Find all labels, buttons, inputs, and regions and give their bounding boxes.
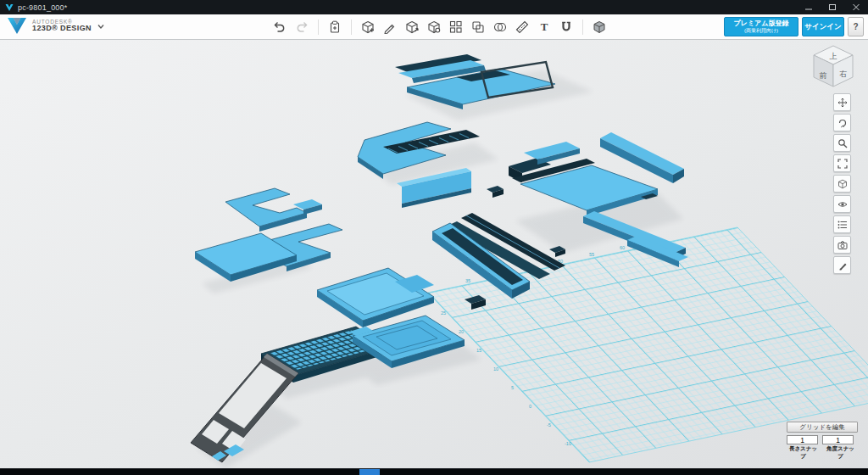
viewcube-label-top: 上 bbox=[830, 52, 837, 60]
main-tools: T bbox=[271, 14, 608, 39]
svg-text:10: 10 bbox=[493, 366, 498, 372]
snap-button[interactable] bbox=[558, 18, 575, 36]
sketch-button[interactable] bbox=[381, 18, 398, 36]
scene-canvas[interactable]: 30 25 20 15 10 5 0 -5 -10 35 40 45 50 55… bbox=[0, 39, 868, 468]
window-title: pc-9801_000* bbox=[18, 3, 67, 12]
svg-text:55: 55 bbox=[589, 252, 594, 257]
home-view-icon bbox=[837, 179, 848, 189]
toolbar-separator bbox=[318, 20, 319, 35]
outline-button[interactable] bbox=[833, 215, 851, 233]
toolbar-separator bbox=[582, 20, 583, 35]
home-view-button[interactable] bbox=[833, 175, 851, 193]
undo-button[interactable] bbox=[271, 18, 288, 36]
navigation-toolbar bbox=[833, 93, 851, 274]
part-bracket-upper[interactable] bbox=[225, 188, 307, 232]
sketch-icon bbox=[383, 20, 397, 34]
pattern-icon bbox=[449, 20, 463, 34]
svg-text:35: 35 bbox=[465, 278, 470, 283]
view-cube[interactable]: 上 前 右 bbox=[809, 42, 858, 93]
snap-icon bbox=[559, 20, 573, 34]
premium-sublabel: (商業利用向け) bbox=[744, 28, 778, 34]
insert-button[interactable] bbox=[326, 18, 343, 36]
signin-button[interactable]: サインイン bbox=[802, 17, 844, 36]
fit-button[interactable] bbox=[833, 154, 851, 172]
redo-button[interactable] bbox=[293, 18, 310, 36]
app-toolbar: AUTODESK® 123D® DESIGN bbox=[0, 14, 868, 40]
maximize-button[interactable] bbox=[821, 0, 844, 14]
construct-icon bbox=[405, 20, 419, 34]
app-icon bbox=[5, 3, 14, 12]
combine-button[interactable] bbox=[492, 18, 509, 36]
primitives-button[interactable] bbox=[359, 18, 376, 36]
window-titlebar: pc-9801_000* bbox=[0, 0, 868, 14]
svg-text:20: 20 bbox=[459, 329, 464, 334]
combine-icon bbox=[493, 20, 507, 34]
material-paint-button[interactable] bbox=[833, 256, 851, 274]
orbit-button[interactable] bbox=[833, 114, 851, 131]
taskbar-item-app[interactable] bbox=[359, 469, 380, 475]
svg-text:60: 60 bbox=[620, 245, 625, 250]
material-button[interactable] bbox=[591, 18, 608, 36]
text-tool-glyph: T bbox=[541, 20, 548, 34]
redo-icon bbox=[295, 20, 309, 34]
grouping-button[interactable] bbox=[470, 18, 487, 36]
measure-icon bbox=[515, 20, 529, 34]
premium-signup-button[interactable]: プレミアム版登録 (商業利用向け) bbox=[724, 17, 798, 36]
material-icon bbox=[593, 20, 606, 34]
camera-icon bbox=[837, 240, 848, 250]
zoom-icon bbox=[837, 138, 848, 148]
paintbrush-icon bbox=[837, 260, 848, 271]
svg-text:25: 25 bbox=[441, 310, 446, 316]
minimize-button[interactable] bbox=[797, 0, 821, 14]
taskbar[interactable] bbox=[0, 468, 868, 475]
undo-icon bbox=[273, 20, 287, 34]
autodesk-123d-logo-icon bbox=[7, 16, 27, 36]
viewcube-label-front: 前 bbox=[820, 71, 827, 80]
modify-button[interactable] bbox=[426, 18, 442, 36]
pan-icon bbox=[837, 98, 848, 108]
part-small-1[interactable] bbox=[487, 186, 504, 198]
help-button[interactable]: ? bbox=[848, 17, 864, 36]
orbit-icon bbox=[837, 118, 848, 128]
length-snap-label: 長さスナップ bbox=[787, 445, 820, 461]
primitives-icon bbox=[361, 20, 375, 34]
snapshot-button[interactable] bbox=[833, 236, 851, 254]
brand-123d-design: 123D® DESIGN bbox=[32, 25, 92, 33]
eye-icon bbox=[837, 199, 848, 210]
modify-icon bbox=[427, 20, 441, 34]
svg-text:15: 15 bbox=[476, 348, 481, 353]
length-snap-input[interactable] bbox=[787, 435, 818, 444]
angle-snap-input[interactable] bbox=[822, 435, 854, 444]
measure-button[interactable] bbox=[514, 18, 531, 36]
grid-settings-panel: グリッドを編集 長さスナップ 角度スナップ bbox=[787, 422, 858, 461]
insert-icon bbox=[328, 20, 342, 34]
visibility-button[interactable] bbox=[833, 195, 851, 213]
face-top bbox=[600, 132, 684, 175]
3d-viewport[interactable]: 30 25 20 15 10 5 0 -5 -10 35 40 45 50 55… bbox=[0, 39, 868, 468]
fit-icon bbox=[837, 159, 848, 169]
svg-text:5: 5 bbox=[511, 385, 514, 390]
text-tool-button[interactable]: T bbox=[536, 18, 553, 36]
pan-button[interactable] bbox=[833, 93, 851, 111]
toolbar-separator bbox=[351, 20, 352, 35]
viewcube-label-right: 右 bbox=[839, 70, 848, 78]
svg-text:-5: -5 bbox=[547, 422, 551, 428]
premium-label: プレミアム版登録 bbox=[734, 20, 789, 27]
zoom-button[interactable] bbox=[833, 134, 851, 152]
edit-grid-button[interactable]: グリッドを編集 bbox=[787, 422, 858, 433]
outline-list-icon bbox=[837, 220, 848, 230]
angle-snap-label: 角度スナップ bbox=[824, 445, 857, 461]
brand-block: AUTODESK® 123D® DESIGN bbox=[7, 16, 105, 36]
construct-button[interactable] bbox=[403, 18, 420, 36]
grouping-icon bbox=[471, 20, 485, 34]
svg-text:0: 0 bbox=[529, 404, 531, 409]
svg-text:-10: -10 bbox=[565, 441, 571, 446]
app-menu-chevron-icon[interactable] bbox=[97, 22, 105, 31]
pattern-button[interactable] bbox=[448, 18, 465, 36]
account-area: プレミアム版登録 (商業利用向け) サインイン ? bbox=[724, 17, 864, 36]
close-button[interactable] bbox=[844, 0, 868, 14]
